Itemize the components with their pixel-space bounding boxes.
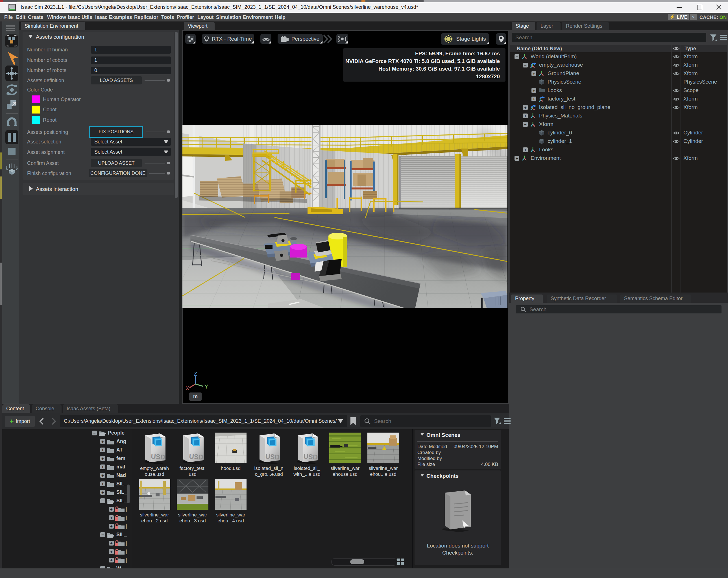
svg-text:Y: Y — [204, 384, 208, 390]
svg-text:USD: USD — [265, 452, 280, 461]
svg-text:Z: Z — [194, 372, 197, 377]
svg-text:USD: USD — [151, 452, 165, 461]
svg-text:X: X — [185, 385, 189, 391]
svg-text:USD: USD — [303, 452, 318, 461]
svg-text:USD: USD — [189, 452, 204, 461]
